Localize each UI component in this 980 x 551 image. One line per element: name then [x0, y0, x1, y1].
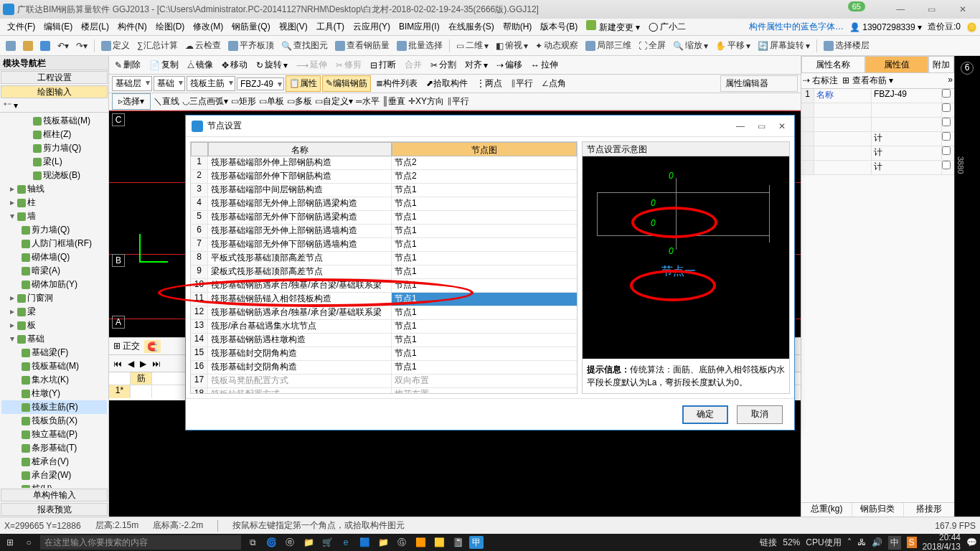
app-icon-ggj[interactable]: 甲 [469, 536, 484, 549]
dialog-minimize[interactable]: — [736, 121, 745, 131]
property-row[interactable] [801, 103, 954, 118]
draw-single[interactable]: ▭单板 [259, 95, 284, 108]
cancel-button[interactable]: 取消 [737, 405, 783, 424]
btn-twopoint[interactable]: ⋮两点 [473, 75, 506, 92]
btn-parallel[interactable]: ∥平行 [507, 75, 537, 92]
tool-undo[interactable]: ↶▾ [55, 39, 72, 52]
tree-node[interactable]: 承台梁(W) [1, 468, 107, 482]
grid-body[interactable]: 1筏形基础端部外伸上部钢筋构造节点22筏形基础端部外伸下部钢筋构造节点23筏形基… [191, 156, 577, 393]
btn-editrebar[interactable]: ✎编辑钢筋 [322, 75, 371, 92]
menu-newchange[interactable]: 新建变更 ▾ [582, 19, 644, 35]
tool-orbit[interactable]: ✦动态观察 [532, 38, 581, 53]
prop-extra-check[interactable] [942, 132, 951, 141]
prop-extra-check[interactable] [942, 89, 951, 98]
dd-sub[interactable]: 筏板主筋 [187, 76, 235, 91]
section-draw[interactable]: 绘图输入 [1, 85, 108, 98]
tree-node[interactable]: 桩承台(V) [1, 455, 107, 468]
tree-node[interactable]: 框柱(Z) [1, 128, 107, 141]
draw-xy[interactable]: ✛XY方向 [408, 95, 444, 108]
tool-topview[interactable]: ◧俯视▾ [493, 38, 531, 53]
edit-extend[interactable]: ⟶延伸 [293, 57, 330, 72]
property-row[interactable]: 计 [801, 146, 954, 161]
tool-zoom[interactable]: 🔍缩放▾ [670, 38, 711, 53]
tool-local3d[interactable]: 局部三维 [583, 38, 634, 53]
draw-custom[interactable]: ▭自定义▾ [315, 95, 353, 108]
edit-mirror[interactable]: ⧊镜像 [184, 57, 216, 72]
tool-batchsel[interactable]: 批量选择 [394, 38, 446, 53]
node-row[interactable]: 13筏形/承台基础遇集水坑节点节点1 [191, 320, 577, 334]
node-row[interactable]: 5筏形基础端部无外伸下部钢筋遇梁构造节点1 [191, 211, 577, 225]
section-project[interactable]: 工程设置 [1, 71, 108, 84]
tool-open[interactable] [20, 39, 36, 52]
blue-hint[interactable]: 构件属性中的蓝色字体… [749, 21, 844, 33]
tree-node[interactable]: 梁(L) [1, 155, 107, 169]
draw-select[interactable]: ▹选择▾ [112, 93, 151, 110]
tray-net-icon[interactable]: 🖧 [857, 537, 866, 547]
prop-extra-check[interactable] [942, 146, 951, 155]
tool-fullscreen[interactable]: ⛶全屏 [636, 38, 669, 53]
tree-node[interactable]: 砌体加筋(Y) [1, 278, 107, 291]
edit-merge[interactable]: 合并 [402, 57, 425, 72]
prop-extra-check[interactable] [942, 118, 951, 126]
node-row[interactable]: 12筏形基础钢筋遇承台/独基/承台梁/基础联系梁节点1 [191, 306, 577, 320]
view-rebar-layout[interactable]: ⊞ 查看布筋 ▾ [842, 75, 893, 87]
node-row[interactable]: 17筏板马凳筋配置方式双向布置 [191, 375, 577, 388]
btn-pick[interactable]: ⬈拾取构件 [423, 75, 471, 92]
tool-rotate[interactable]: 🔄屏幕旋转▾ [755, 38, 813, 53]
snap-icon[interactable]: 🧲 [144, 340, 161, 353]
menu-draw[interactable]: 绘图(D) [151, 19, 189, 34]
tree-node[interactable]: 筏板负筋(X) [1, 414, 107, 428]
menu-cloud[interactable]: 云应用(Y) [349, 19, 395, 34]
dd-code[interactable]: FBZJ-49 [237, 77, 284, 90]
tool-find[interactable]: 🔍查找图元 [278, 38, 331, 53]
tool-redo[interactable]: ↷▾ [73, 39, 90, 52]
cortana-icon[interactable]: ○ [22, 536, 36, 549]
app-icon-2[interactable]: ⓔ [283, 536, 297, 549]
node-row[interactable]: 8平板式筏形基础顶部高差节点节点1 [191, 252, 577, 265]
tree-node[interactable]: 人防门框墙(RF) [1, 237, 107, 250]
property-row[interactable]: 计 [801, 132, 954, 146]
menu-help[interactable]: 帮助(H) [499, 19, 537, 34]
tool-pan[interactable]: ✋平移▾ [712, 38, 753, 53]
tree-node[interactable]: ▸板 [1, 319, 107, 332]
ok-button[interactable]: 确定 [682, 405, 728, 424]
minimize-button[interactable]: — [886, 4, 915, 14]
node-row[interactable]: 2筏形基础端部外伸下部钢筋构造节点2 [191, 170, 577, 184]
edit-stretch[interactable]: ↔拉伸 [528, 57, 561, 72]
edit-align[interactable]: 对齐▾ [462, 57, 491, 72]
tree-node[interactable]: ▸轴线 [1, 182, 107, 196]
tree-node[interactable]: 剪力墙(Q) [1, 223, 107, 237]
tree-node[interactable]: 基础梁(F) [1, 346, 107, 359]
tool-viewrebar[interactable]: 查看钢筋量 [332, 38, 392, 53]
menu-component[interactable]: 构件(N) [113, 19, 151, 34]
btn-angle[interactable]: ∠点角 [538, 75, 570, 92]
tree-node[interactable]: 筏板基础(M) [1, 114, 107, 128]
tool-save[interactable] [37, 39, 53, 52]
tree-node[interactable]: ▸门窗洞 [1, 291, 107, 305]
nav-last[interactable]: ⏭ [152, 359, 161, 369]
node-row[interactable]: 9梁板式筏形基础顶部高差节点节点1 [191, 265, 577, 279]
tree-node[interactable]: 条形基础(T) [1, 441, 107, 455]
section-report[interactable]: 报表预览 [1, 503, 108, 516]
menu-online[interactable]: 在线服务(S) [444, 19, 499, 34]
edit-rotate[interactable]: ↻旋转▾ [253, 57, 291, 72]
menu-tools[interactable]: 工具(T) [312, 19, 349, 34]
close-button[interactable]: ✕ [948, 4, 977, 14]
edit-copy[interactable]: 📄复制 [146, 57, 182, 72]
tree-node[interactable]: 筏板主筋(R) [1, 400, 107, 414]
property-row[interactable] [801, 118, 954, 132]
edit-delete[interactable]: ✎删除 [112, 57, 143, 72]
tray-up-icon[interactable]: ˄ [847, 537, 852, 547]
draw-multi[interactable]: ▭多板 [287, 95, 312, 108]
dialog-titlebar[interactable]: 节点设置 — ▭ ✕ [186, 116, 794, 137]
right-annotate[interactable]: ⇢ 右标注 [803, 75, 838, 87]
ortho-toggle[interactable]: ⊞ 正交 [113, 340, 140, 352]
menu-floor[interactable]: 楼层(L) [77, 19, 113, 34]
app-icon-edge[interactable]: e [339, 536, 353, 549]
node-row[interactable]: 14筏形基础钢筋遇柱墩构造节点1 [191, 334, 577, 347]
menu-version[interactable]: 版本号(B) [536, 19, 582, 34]
app-icon-10[interactable]: 📓 [451, 536, 465, 549]
menu-bim[interactable]: BIM应用(I) [395, 19, 444, 34]
tool-flattop[interactable]: 平齐板顶 [225, 38, 277, 53]
edit-move[interactable]: ✥移动 [219, 57, 250, 72]
